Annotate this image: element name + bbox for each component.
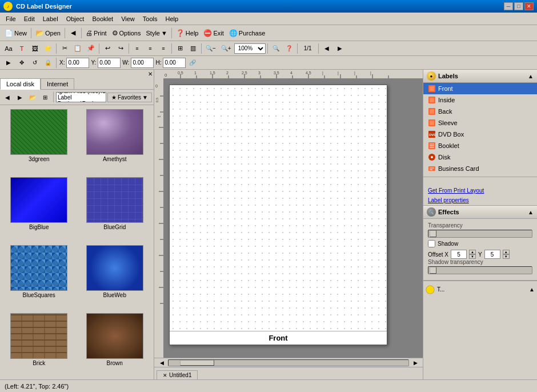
lock-aspect-btn[interactable]: 🔗 [186, 57, 199, 69]
label-disk[interactable]: Disk [423, 151, 537, 163]
menu-edit[interactable]: Edit [21, 14, 38, 23]
tb2-nav-next[interactable]: ▶ [334, 42, 346, 55]
label-inside[interactable]: Inside [423, 94, 537, 106]
options-button[interactable]: ⚙ Options [110, 27, 143, 39]
canvas-scrollbar-h[interactable]: ◀ ▶ [154, 358, 423, 367]
scrollbar-thumb-h[interactable] [180, 360, 214, 366]
doc-tab-untitled1[interactable]: ✕ Untitled1 [157, 370, 198, 379]
tb2-btn1[interactable]: Aa [2, 42, 15, 55]
menu-view[interactable]: View [118, 14, 138, 23]
h-input[interactable] [163, 58, 186, 68]
tb2-btn4[interactable]: ⭐ [42, 42, 54, 55]
labels-collapse-btn[interactable]: ▲ [528, 73, 534, 79]
tb2-align1[interactable]: ≡ [131, 42, 143, 55]
tab-local-disk[interactable]: Local disk [0, 78, 41, 90]
style-button[interactable]: Style ▼ [143, 27, 169, 39]
menu-help[interactable]: Help [162, 14, 182, 23]
thumb-3dgreen[interactable]: 3dgreen [2, 107, 76, 173]
get-from-print-layout-link[interactable]: Get From Print Layout [423, 186, 537, 195]
w-input[interactable] [131, 58, 154, 68]
offset-x-up[interactable]: ▲ [469, 250, 476, 254]
tb2-nav-prev[interactable]: ◀ [320, 42, 333, 55]
bottom-collapse-btn[interactable]: ▲ [529, 286, 535, 293]
offset-y-input[interactable] [484, 250, 500, 259]
label-dvdbox[interactable]: DVD DVD Box [423, 129, 537, 140]
maximize-button[interactable]: □ [514, 2, 523, 10]
exit-button[interactable]: ⛔ Exit [201, 27, 226, 39]
tb2-grid[interactable]: ⊞ [174, 42, 186, 55]
close-button[interactable]: ✕ [524, 2, 534, 10]
tb2-cut[interactable]: ✂ [58, 42, 71, 55]
nav-view-button[interactable]: ⊞ [39, 91, 51, 103]
help-button[interactable]: ❓ Help [174, 27, 201, 39]
tb2-zoom-out[interactable]: 🔍− [203, 42, 218, 55]
tb2-btn3[interactable]: 🖼 [29, 42, 41, 55]
label-front[interactable]: Front [423, 83, 537, 94]
nav-up-button[interactable]: 📂 [27, 91, 38, 103]
scrollbar-track-h[interactable] [168, 359, 409, 366]
effects-collapse-btn[interactable]: ▲ [528, 209, 534, 215]
label-properties-link[interactable]: Label properties [423, 195, 537, 205]
new-button[interactable]: 📄 New [2, 27, 29, 39]
tb2-undo[interactable]: ↩ [101, 42, 114, 55]
labels-scrollbar[interactable] [423, 177, 537, 186]
scroll-left-btn[interactable]: ◀ [155, 359, 168, 367]
thumb-brick[interactable]: Brick [2, 311, 76, 377]
menu-object[interactable]: Object [63, 14, 88, 23]
menu-file[interactable]: File [2, 14, 19, 23]
undo-icon-btn[interactable]: ◀ [67, 27, 79, 39]
transparency-slider-thumb[interactable] [430, 230, 436, 237]
zoom-select[interactable]: 100% 75% 50% 150% [234, 43, 266, 54]
tb2-search[interactable]: 🔍 [270, 42, 282, 55]
favorites-button[interactable]: ★ Favorites ▼ [107, 93, 152, 102]
nav-forward-button[interactable]: ▶ [14, 91, 26, 103]
tb2-help2[interactable]: ❓ [283, 42, 295, 55]
label-businesscard[interactable]: Business Card [423, 163, 537, 174]
print-button[interactable]: 🖨 Print [83, 27, 109, 39]
transparency-slider[interactable] [428, 230, 532, 238]
offset-y-down[interactable]: ▼ [503, 254, 510, 259]
thumb-bluesquares[interactable]: BlueSquares [2, 243, 76, 309]
tb3-rotate[interactable]: ↺ [29, 57, 41, 69]
tb2-btn2[interactable]: T [15, 42, 28, 55]
nav-back-button[interactable]: ◀ [2, 91, 13, 103]
tab-internet[interactable]: Internet [41, 78, 74, 89]
dot-canvas[interactable] [170, 85, 387, 331]
shadow-transparency-slider[interactable] [428, 266, 532, 274]
offset-x-input[interactable] [451, 250, 467, 259]
offset-y-up[interactable]: ▲ [503, 250, 510, 254]
tb2-paste[interactable]: 📌 [85, 42, 97, 55]
label-back[interactable]: Back [423, 106, 537, 117]
label-sleeve[interactable]: Sleeve [423, 117, 537, 129]
shadow-checkbox[interactable] [428, 240, 435, 247]
minimize-button[interactable]: ─ [504, 2, 513, 10]
scroll-right-btn[interactable]: ▶ [409, 359, 422, 367]
thumb-bluegrid[interactable]: BlueGrid [78, 175, 152, 241]
tb2-copy[interactable]: 📋 [71, 42, 84, 55]
tb2-zoom-in[interactable]: 🔍+ [219, 42, 234, 55]
x-input[interactable] [66, 58, 89, 68]
tb2-align3[interactable]: ≡ [157, 42, 170, 55]
open-button[interactable]: 📂 Open [33, 27, 63, 39]
tb2-redo[interactable]: ↪ [114, 42, 127, 55]
tb3-lock[interactable]: 🔒 [42, 57, 54, 69]
tb2-layer[interactable]: ▥ [187, 42, 199, 55]
panel-close-button[interactable]: ✕ [148, 71, 153, 77]
tb2-align2[interactable]: ≡ [144, 42, 157, 55]
shadow-transparency-thumb[interactable] [430, 267, 436, 274]
offset-x-down[interactable]: ▼ [469, 254, 476, 259]
label-booklet[interactable]: Booklet [423, 140, 537, 151]
thumb-amethyst[interactable]: Amethyst [78, 107, 152, 173]
thumb-bigblue[interactable]: BigBlue [2, 175, 76, 241]
doc-tab-close-icon[interactable]: ✕ [163, 373, 167, 378]
menu-tools[interactable]: Tools [139, 14, 161, 23]
purchase-button[interactable]: 🌐 Purchase [227, 27, 267, 39]
y-input[interactable] [98, 58, 121, 68]
menu-label[interactable]: Label [39, 14, 62, 23]
tb3-move[interactable]: ✥ [15, 57, 28, 69]
thumb-brown[interactable]: Brown [78, 311, 152, 377]
canvas-scroll[interactable]: Front [163, 79, 423, 358]
menu-booklet[interactable]: Booklet [89, 14, 117, 23]
tb3-select[interactable]: ▶ [2, 57, 15, 69]
thumb-blueweb[interactable]: BlueWeb [78, 243, 152, 309]
